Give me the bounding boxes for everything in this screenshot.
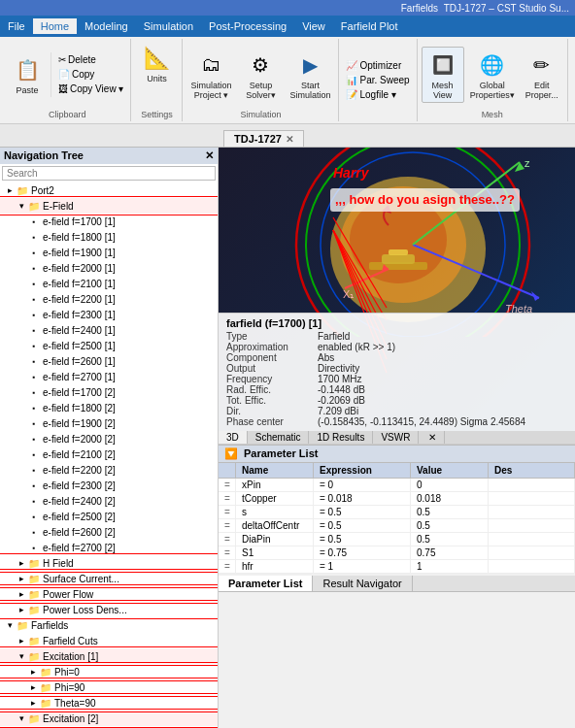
param-row-s[interactable]: = s = 0.5 0.5 (219, 506, 575, 519)
item-icon: ▪ (27, 416, 41, 430)
param-row-hfr[interactable]: = hfr = 1 1 (219, 560, 575, 574)
phi0-1-icon: 📁 (39, 665, 52, 678)
param-row-xpin[interactable]: = xPin = 0 0 (219, 479, 575, 492)
tab-parameter-list[interactable]: Parameter List (219, 576, 313, 591)
view-tab-schematic[interactable]: Schematic (248, 431, 310, 444)
menu-file[interactable]: File (0, 18, 33, 34)
power-flow-folder-icon: 📁 (27, 587, 41, 601)
svg-text:z: z (524, 157, 530, 169)
main-area: Navigation Tree ✕ ▸ 📁 Port2 ▾ 📁 E-Field (0, 148, 575, 728)
simulation-project-button[interactable]: 🗂 SimulationProject ▾ (186, 48, 235, 102)
menu-simulation[interactable]: Simulation (136, 18, 201, 34)
paste-button[interactable]: 📋 Paste (8, 52, 47, 97)
tree-item-ef2100-2[interactable]: ▪ e-field f=2100 [2] (0, 447, 218, 462)
item-icon: ▪ (27, 494, 41, 508)
content-area: Theta z X₁ Harry ,,, how do you asign th… (219, 148, 575, 728)
tree-item-ef2100-1[interactable]: ▪ e-field f=2100 [1] (0, 276, 218, 291)
setup-solver-icon: ⚙ (245, 50, 276, 81)
surface-current-folder-icon: 📁 (27, 572, 41, 585)
tree-item-ef2300-2[interactable]: ▪ e-field f=2300 [2] (0, 478, 218, 493)
delete-button[interactable]: ✂ Delete (55, 53, 126, 66)
item-icon: ▪ (27, 354, 41, 368)
tree-item-ef2000-2[interactable]: ▪ e-field f=2000 [2] (0, 431, 218, 447)
tree-item-ef1800-2[interactable]: ▪ e-field f=1800 [2] (0, 400, 218, 415)
start-simulation-button[interactable]: ▶ StartSimulation (286, 48, 334, 102)
tree-item-ef2500-2[interactable]: ▪ e-field f=2500 [2] (0, 509, 218, 524)
edit-properties-button[interactable]: ✏ EditProper... (521, 48, 563, 102)
tree-item-excitation2[interactable]: ▾ 📁 Excitation [2] (0, 711, 218, 726)
tab-close-icon[interactable]: ✕ (286, 134, 293, 145)
tree-item-ef1700-1[interactable]: ▪ e-field f=1700 [1] (0, 214, 218, 229)
tree-item-ef1900-2[interactable]: ▪ e-field f=1900 [2] (0, 415, 218, 431)
tree-item-ef2000-1[interactable]: ▪ e-field f=2000 [1] (0, 260, 218, 276)
tree-item-ef1800-1[interactable]: ▪ e-field f=1800 [1] (0, 229, 218, 245)
tree-item-port2[interactable]: ▸ 📁 Port2 (0, 182, 218, 198)
menu-postprocessing[interactable]: Post-Processing (201, 18, 294, 34)
view-tab-1dresults[interactable]: 1D Results (309, 431, 373, 444)
param-row-deltaoffcentr[interactable]: = deltaOffCentr = 0.5 0.5 (219, 519, 575, 533)
param-row-s1[interactable]: = S1 = 0.75 0.75 (219, 546, 575, 560)
tree-item-ef2700-2[interactable]: ▪ e-field f=2700 [2] (0, 540, 218, 555)
optimizer-button[interactable]: 📈 Optimizer (343, 59, 412, 72)
units-button[interactable]: 📐 Units (135, 41, 178, 85)
par-sweep-button[interactable]: 📊 Par. Sweep (343, 74, 412, 86)
tree-item-ef2200-1[interactable]: ▪ e-field f=2200 [1] (0, 291, 218, 307)
view-3d[interactable]: Theta z X₁ Harry ,,, how do you asign th… (219, 148, 575, 431)
tree-item-ef2400-2[interactable]: ▪ e-field f=2400 [2] (0, 493, 218, 509)
tree-item-ef2400-1[interactable]: ▪ e-field f=2400 [1] (0, 322, 218, 338)
tree-item-farfield-cuts[interactable]: ▸ 📁 Farfield Cuts (0, 633, 218, 648)
tree-item-ef2700-1[interactable]: ▪ e-field f=2700 [1] (0, 369, 218, 384)
tree-item-efield[interactable]: ▾ 📁 E-Field (0, 198, 218, 214)
tree-item-power-flow[interactable]: ▸ 📁 Power Flow (0, 586, 218, 602)
tree-item-phi90-1[interactable]: ▸ 📁 Phi=90 (0, 679, 218, 695)
ribbon-group-settings: 📐 Units Settings (131, 39, 183, 121)
tree-item-ef2200-2[interactable]: ▪ e-field f=2200 [2] (0, 462, 218, 478)
nav-search-input[interactable] (2, 166, 216, 181)
tree-item-ef2600-2[interactable]: ▪ e-field f=2600 [2] (0, 524, 218, 540)
view-tab-close[interactable]: ✕ (421, 431, 445, 444)
menu-home[interactable]: Home (33, 18, 77, 34)
efield-folder-icon: 📁 (27, 199, 41, 213)
tree-item-surface-current[interactable]: ▸ 📁 Surface Current... (0, 571, 218, 586)
logfile-button[interactable]: 📝 Logfile ▾ (343, 88, 412, 101)
tree-item-hfield[interactable]: ▸ 📁 H Field (0, 555, 218, 571)
delete-icon: ✂ (58, 54, 66, 65)
folder-icon: 📁 (16, 183, 29, 197)
setup-solver-button[interactable]: ⚙ SetupSolver▾ (239, 48, 282, 102)
tree-item-ef1900-1[interactable]: ▪ e-field f=1900 [1] (0, 245, 218, 260)
tree-item-power-loss[interactable]: ▸ 📁 Power Loss Dens... (0, 602, 218, 617)
tree-item-ef2600-1[interactable]: ▪ e-field f=2600 [1] (0, 353, 218, 369)
param-row-diapin[interactable]: = DiaPin = 0.5 0.5 (219, 533, 575, 546)
filter-icon: 🔽 (224, 447, 238, 460)
menu-modeling[interactable]: Modeling (77, 18, 136, 34)
tree-item-farfields[interactable]: ▾ 📁 Farfields (0, 617, 218, 633)
farfields-label: Farfields (401, 3, 438, 14)
paste-icon: 📋 (12, 54, 43, 85)
menu-farfield-plot[interactable]: Farfield Plot (333, 18, 406, 34)
tree-item-ef1700-2[interactable]: ▪ e-field f=1700 [2] (0, 384, 218, 400)
mesh-view-button[interactable]: 🔲 MeshView (422, 47, 464, 103)
global-properties-button[interactable]: 🌐 GlobalProperties▾ (466, 48, 519, 102)
start-simulation-icon: ▶ (294, 50, 325, 81)
param-row-tcopper[interactable]: = tCopper = 0.018 0.018 (219, 492, 575, 506)
view-tab-3d[interactable]: 3D (219, 431, 248, 444)
item-icon: ▪ (27, 479, 41, 492)
tree-item-excitation1[interactable]: ▾ 📁 Excitation [1] (0, 648, 218, 664)
menu-view[interactable]: View (294, 18, 333, 34)
tree-item-ef2500-1[interactable]: ▪ e-field f=2500 [1] (0, 338, 218, 353)
view-tab-vswr[interactable]: VSWR (373, 431, 419, 444)
item-icon: ▪ (27, 385, 41, 399)
copy-button[interactable]: 📄 Copy (55, 68, 126, 81)
tree-item-theta90-1[interactable]: ▸ 📁 Theta=90 (0, 695, 218, 711)
nav-tree-close-icon[interactable]: ✕ (205, 149, 214, 162)
farfields-bar: Farfields TDJ-1727 – CST Studio Su... (0, 0, 575, 16)
param-table-header: Name Expression Value Des (219, 463, 575, 479)
tab-tdj1727[interactable]: TDJ-1727 ✕ (223, 130, 304, 147)
tree-item-ef2300-1[interactable]: ▪ e-field f=2300 [1] (0, 307, 218, 322)
power-loss-folder-icon: 📁 (27, 603, 41, 616)
item-icon: ▪ (27, 447, 41, 461)
units-icon: 📐 (141, 43, 172, 74)
tree-item-phi0-1[interactable]: ▸ 📁 Phi=0 (0, 664, 218, 679)
copy-view-button[interactable]: 🖼 Copy View ▾ (55, 83, 126, 95)
tab-result-navigator[interactable]: Result Navigator (313, 576, 412, 591)
